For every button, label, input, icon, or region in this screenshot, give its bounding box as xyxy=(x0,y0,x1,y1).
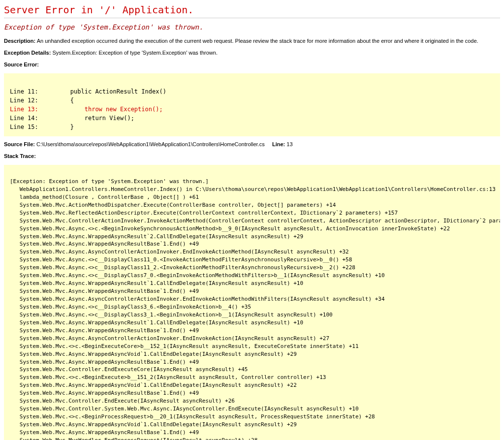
description-text: An unhandled exception occurred during t… xyxy=(35,38,478,44)
source-error-section: Source Error: xyxy=(4,62,500,67)
exception-details-section: Exception Details: System.Exception: Exc… xyxy=(4,50,500,56)
description-section: Description: An unhandled exception occu… xyxy=(4,38,500,44)
stack-trace-section: Stack Trace: xyxy=(4,153,500,159)
source-error-label: Source Error: xyxy=(4,62,39,67)
header-divider xyxy=(4,18,500,18)
page-title: Server Error in '/' Application. xyxy=(4,4,500,16)
source-file-path: C:\Users\thoma\source\repos\WebApplicati… xyxy=(35,141,265,147)
line-number: 13 xyxy=(285,141,292,147)
description-label: Description: xyxy=(4,38,35,44)
exception-message: Exception of type 'System.Exception' was… xyxy=(4,23,500,31)
stack-trace-label: Stack Trace: xyxy=(4,153,36,159)
stack-trace-code: [Exception: Exception of type 'System.Ex… xyxy=(4,165,500,440)
source-file-line: Source File: C:\Users\thoma\source\repos… xyxy=(4,141,500,147)
source-error-code: Line 11: public ActionResult Index() Lin… xyxy=(4,73,500,136)
exception-details-text: System.Exception: Exception of type 'Sys… xyxy=(51,50,218,56)
source-error-line: Line 13: throw new Exception(); xyxy=(10,106,163,113)
source-pre-lines: Line 11: public ActionResult Index() Lin… xyxy=(10,88,166,104)
source-file-label: Source File: xyxy=(4,141,35,147)
exception-details-label: Exception Details: xyxy=(4,50,51,56)
line-label: Line: xyxy=(272,141,285,147)
source-post-lines: Line 14: return View(); Line 15: } xyxy=(10,115,134,130)
